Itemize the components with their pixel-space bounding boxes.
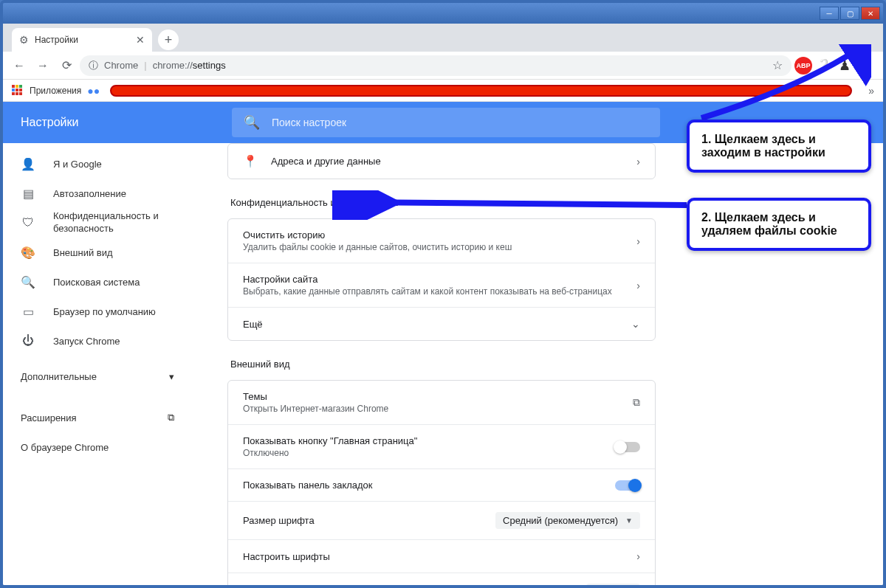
shield-icon: 🛡 <box>21 216 35 229</box>
external-link-icon: ⧉ <box>633 396 640 409</box>
url-path: settings <box>193 60 226 71</box>
sidebar-item-you-and-google[interactable]: 👤 Я и Google <box>3 149 192 179</box>
back-button[interactable]: ← <box>9 55 30 76</box>
settings-title: Настройки <box>3 116 232 129</box>
row-title: Показывать кнопку "Главная страница" <box>243 435 602 446</box>
callout-1: 1. Щелкаем здесь и заходим в настройки <box>687 120 871 173</box>
row-font-size[interactable]: Размер шрифта Средний (рекомендуется) ▼ <box>228 501 655 539</box>
settings-sidebar: 👤 Я и Google ▤ Автозаполнение 🛡 Конфиден… <box>3 143 192 585</box>
svg-line-0 <box>343 202 687 205</box>
row-customize-fonts[interactable]: Настроить шрифты › <box>228 539 655 573</box>
browser-tab[interactable]: ⚙ Настройки ✕ <box>12 28 152 52</box>
settings-search-input[interactable] <box>272 117 648 128</box>
annotation-arrow-2 <box>332 190 694 220</box>
row-desc: Открыть Интернет-магазин Chrome <box>243 404 619 414</box>
sidebar-item-label: Расширения <box>21 412 77 423</box>
minimize-button[interactable]: ─ <box>820 7 839 20</box>
sidebar-item-label: Запуск Chrome <box>53 336 174 347</box>
sidebar-item-label: Я и Google <box>53 159 174 170</box>
maximize-button[interactable]: ▢ <box>840 7 859 20</box>
sidebar-item-appearance[interactable]: 🎨 Внешний вид <box>3 238 192 267</box>
tab-title: Настройки <box>35 35 78 45</box>
sidebar-item-search-engine[interactable]: 🔍 Поисковая система <box>3 267 192 297</box>
sidebar-item-extensions[interactable]: Расширения ⧉ <box>3 403 192 432</box>
apps-label[interactable]: Приложения <box>30 86 81 96</box>
external-link-icon: ⧉ <box>168 412 174 423</box>
chevron-right-icon: › <box>636 235 640 247</box>
chevron-right-icon: › <box>636 550 640 562</box>
url-scheme: chrome:// <box>153 60 193 71</box>
settings-app: Настройки 🔍 👤 Я и Google ▤ Автозаполнени… <box>3 102 883 585</box>
power-icon: ⏻ <box>21 334 35 347</box>
privacy-card: Очистить историю Удалить файлы cookie и … <box>227 218 656 341</box>
apps-icon[interactable] <box>12 85 24 97</box>
sidebar-item-label: Браузер по умолчанию <box>53 306 174 317</box>
person-icon: 👤 <box>21 157 35 171</box>
row-home-button[interactable]: Показывать кнопку "Главная страница" Отк… <box>228 424 655 468</box>
section-heading-appearance: Внешний вид <box>230 359 656 370</box>
row-more[interactable]: Ещё ⌄ <box>228 307 655 340</box>
row-title: Ещё <box>243 319 618 330</box>
sidebar-item-label: Конфиденциальность и безопасность <box>53 210 174 235</box>
row-desc: Выбрать, какие данные отправлять сайтам … <box>243 286 623 297</box>
autofill-card: 📍 Адреса и другие данные › <box>227 143 656 179</box>
sidebar-item-about[interactable]: О браузере Chrome <box>3 432 192 462</box>
url-secure-label: Chrome <box>104 60 138 71</box>
sidebar-item-advanced[interactable]: Дополнительные <box>3 362 192 391</box>
chevron-down-icon: ⌄ <box>631 318 640 330</box>
search-icon: 🔍 <box>21 275 35 289</box>
annotation-arrow-1 <box>679 44 871 125</box>
sidebar-item-label: Поисковая система <box>53 277 174 288</box>
row-title: Адреса и другие данные <box>271 156 623 167</box>
row-bookmarks-bar[interactable]: Показывать панель закладок <box>228 468 655 501</box>
sidebar-item-privacy[interactable]: 🛡 Конфиденциальность и безопасность <box>3 208 192 238</box>
forward-button[interactable]: → <box>32 55 53 76</box>
row-page-zoom[interactable]: Масштабирование страницы 100% ▼ <box>228 573 655 585</box>
sidebar-item-autofill[interactable]: ▤ Автозаполнение <box>3 179 192 208</box>
row-clear-history[interactable]: Очистить историю Удалить файлы cookie и … <box>228 219 655 263</box>
row-addresses[interactable]: 📍 Адреса и другие данные › <box>228 144 655 179</box>
row-title: Показывать панель закладок <box>243 480 602 491</box>
row-desc: Удалить файлы cookie и данные сайтов, оч… <box>243 242 623 252</box>
sidebar-item-label: О браузере Chrome <box>21 442 109 453</box>
row-title: Настроить шрифты <box>243 551 623 562</box>
font-size-dropdown[interactable]: Средний (рекомендуется) ▼ <box>495 512 640 529</box>
palette-icon: 🎨 <box>21 246 35 260</box>
site-info-icon[interactable]: ⓘ <box>89 59 98 72</box>
row-desc: Отключено <box>243 448 602 458</box>
page-zoom-dropdown[interactable]: 100% ▼ <box>586 584 640 585</box>
row-title: Очистить историю <box>243 229 623 241</box>
callout-text: 1. Щелкаем здесь и заходим в настройки <box>701 133 825 159</box>
callout-2: 2. Щелкаем здесь и удаляем файлы cookie <box>687 198 871 251</box>
sidebar-item-label: Внешний вид <box>53 247 174 258</box>
autofill-icon: ▤ <box>21 187 35 201</box>
row-themes[interactable]: Темы Открыть Интернет-магазин Chrome ⧉ <box>228 381 655 424</box>
row-site-settings[interactable]: Настройки сайта Выбрать, какие данные от… <box>228 263 655 307</box>
sidebar-item-label: Автозаполнение <box>53 188 174 199</box>
sidebar-item-on-startup[interactable]: ⏻ Запуск Chrome <box>3 326 192 356</box>
browser-icon: ▭ <box>21 305 35 319</box>
tab-close-icon[interactable]: ✕ <box>136 34 145 46</box>
gear-icon: ⚙ <box>19 34 29 46</box>
reload-button[interactable]: ⟳ <box>56 55 77 76</box>
chevron-down-icon <box>169 371 174 382</box>
new-tab-button[interactable]: + <box>158 30 179 50</box>
sidebar-item-label: Дополнительные <box>21 371 97 382</box>
appearance-card: Темы Открыть Интернет-магазин Chrome ⧉ П… <box>227 380 656 585</box>
dropdown-value: Средний (рекомендуется) <box>503 515 618 526</box>
chevron-right-icon: › <box>636 280 640 291</box>
bookmarks-bar-toggle[interactable] <box>615 480 640 491</box>
titlebar: ─ ▢ ✕ <box>3 3 883 24</box>
row-title: Настройки сайта <box>243 274 623 285</box>
home-button-toggle[interactable] <box>615 442 640 452</box>
callout-text: 2. Щелкаем здесь и удаляем файлы cookie <box>701 211 837 237</box>
chevron-down-icon: ▼ <box>625 516 633 525</box>
row-title: Темы <box>243 391 619 402</box>
close-button[interactable]: ✕ <box>861 7 880 20</box>
bookmark-dot-icon[interactable]: ●● <box>87 85 100 97</box>
chevron-right-icon: › <box>636 156 640 167</box>
search-icon: 🔍 <box>244 114 260 131</box>
sidebar-item-default-browser[interactable]: ▭ Браузер по умолчанию <box>3 297 192 326</box>
settings-search-box[interactable]: 🔍 <box>232 108 660 137</box>
row-title: Размер шрифта <box>243 515 482 526</box>
